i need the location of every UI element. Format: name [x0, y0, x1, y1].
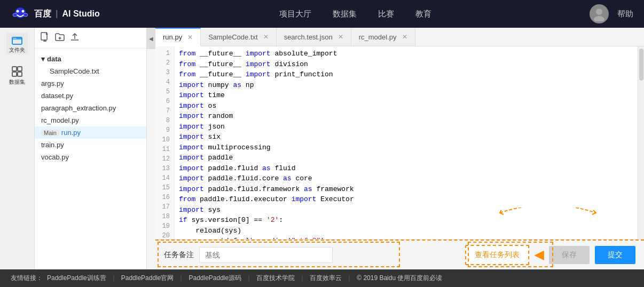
studio-text: AI Studio — [62, 9, 99, 19]
nav-right: 帮助 — [590, 4, 633, 23]
tab-runpy-close[interactable]: ✕ — [187, 34, 193, 41]
tab-samplecode[interactable]: SampleCode.txt ✕ — [201, 28, 277, 46]
main-badge: Main — [41, 130, 59, 136]
nav-menu: 项目大厅 数据集 比赛 教育 — [121, 7, 590, 21]
nav-item-competition[interactable]: 比赛 — [378, 7, 394, 21]
file-item-vocab[interactable]: vocab.py — [35, 151, 146, 163]
svg-rect-8 — [12, 67, 17, 71]
orange-arrow-icon: ◀ — [535, 248, 544, 262]
dataset-label: 数据集 — [9, 78, 25, 86]
upload-icon[interactable] — [70, 32, 80, 44]
file-panel: ▾ data SampleCode.txt args.py dataset.py… — [35, 28, 147, 269]
task-note-label: 任务备注 — [164, 250, 194, 260]
tab-searchtest-close[interactable]: ✕ — [338, 33, 343, 41]
files-label: 文件夹 — [9, 46, 25, 54]
bottom-toolbar: 任务备注 查看任务列表 ◀ 保存 提交 — [155, 240, 644, 269]
nav-item-project[interactable]: 项目大厅 — [279, 7, 311, 21]
new-folder-icon[interactable] — [55, 32, 65, 44]
footer-link-5[interactable]: 百度效率云 — [310, 274, 342, 283]
code-content[interactable]: from __future__ import absolute_importfr… — [175, 46, 638, 239]
submit-button[interactable]: 提交 — [595, 246, 635, 264]
avatar-icon — [592, 6, 607, 21]
tab-samplecode-close[interactable]: ✕ — [263, 33, 269, 41]
footer-copyright: © 2019 Baidu 使用百度前必读 — [357, 274, 442, 283]
help-link[interactable]: 帮助 — [617, 9, 633, 19]
editor-area: run.py ✕ SampleCode.txt ✕ search.test.js… — [155, 28, 644, 269]
folder-icon — [11, 34, 23, 45]
footer-prefix: 友情链接： — [11, 274, 43, 283]
tab-rcmodel-close[interactable]: ✕ — [402, 33, 407, 41]
collapse-icon: ◀ — [149, 36, 153, 42]
file-item-samplecode[interactable]: SampleCode.txt — [43, 65, 146, 77]
footer-link-2[interactable]: PaddlePaddle官网 — [121, 274, 174, 283]
footer-link-3[interactable]: PaddlePaddle源码 — [189, 274, 241, 283]
file-item-rcmodel[interactable]: rc_model.py — [35, 114, 146, 126]
tab-rcmodel-label: rc_model.py — [359, 33, 397, 41]
left-sidebar: 文件夹 数据集 — [0, 28, 35, 269]
editor-scrollbar[interactable] — [638, 46, 644, 239]
bottom-toolbar-wrapper: 任务备注 查看任务列表 ◀ 保存 提交 — [155, 239, 644, 269]
nav-item-dataset[interactable]: 数据集 — [333, 7, 357, 21]
file-item-runpy[interactable]: Main run.py — [35, 126, 146, 139]
tab-samplecode-label: SampleCode.txt — [208, 33, 258, 41]
sidebar-dataset-icon[interactable]: 数据集 — [6, 65, 28, 86]
logo: 百度 | AI Studio — [11, 4, 100, 23]
tab-runpy-label: run.py — [163, 33, 182, 41]
file-active-name: run.py — [61, 129, 81, 137]
main-content: 文件夹 数据集 — [0, 28, 644, 269]
file-toolbar — [35, 28, 146, 49]
new-file-icon[interactable] — [40, 32, 50, 44]
code-editor[interactable]: 123456789101112131415161718192021222324 … — [155, 46, 638, 239]
svg-point-1 — [17, 10, 19, 13]
line-numbers: 123456789101112131415161718192021222324 — [155, 46, 175, 239]
editor-tabs: run.py ✕ SampleCode.txt ✕ search.test.js… — [155, 28, 644, 46]
tab-searchtest-label: search.test.json — [284, 33, 333, 41]
save-button[interactable]: 保存 — [549, 246, 590, 264]
svg-rect-10 — [12, 72, 17, 76]
svg-point-4 — [23, 13, 28, 17]
scrollbar-thumb[interactable] — [639, 49, 643, 81]
footer-link-1[interactable]: PaddlePaddle训练营 — [47, 274, 106, 283]
file-item-train[interactable]: train.py — [35, 139, 146, 151]
svg-rect-9 — [18, 67, 22, 71]
svg-point-2 — [22, 10, 25, 13]
baidu-logo-icon — [11, 4, 30, 23]
view-tasks-button[interactable]: 查看任务列表 — [465, 245, 529, 265]
panel-collapse-arrow[interactable]: ◀ — [147, 28, 155, 49]
folder-data[interactable]: ▾ data — [35, 53, 146, 65]
baseline-input[interactable] — [199, 247, 333, 263]
chevron-down-icon: ▾ — [41, 55, 45, 63]
sidebar-files-icon[interactable]: 文件夹 — [6, 33, 28, 54]
nav-item-education[interactable]: 教育 — [415, 7, 431, 21]
svg-rect-11 — [18, 72, 22, 76]
tab-rcmodel[interactable]: rc_model.py ✕ — [351, 28, 415, 46]
svg-point-6 — [594, 16, 604, 21]
footer-link-4[interactable]: 百度技术学院 — [256, 274, 295, 283]
file-tree: ▾ data SampleCode.txt args.py dataset.py… — [35, 49, 146, 269]
file-item-dataset[interactable]: dataset.py — [35, 90, 146, 102]
svg-point-3 — [13, 13, 17, 17]
folder-name: data — [47, 55, 61, 63]
tab-searchtest[interactable]: search.test.json ✕ — [277, 28, 351, 46]
dataset-icon — [11, 66, 23, 77]
footer: 友情链接： PaddlePaddle训练营 ｜ PaddlePaddle官网 ｜… — [0, 269, 644, 287]
nav-divider: | — [56, 9, 58, 19]
avatar[interactable] — [590, 4, 609, 23]
svg-point-5 — [596, 9, 602, 15]
baidu-text: 百度 — [34, 9, 51, 20]
file-item-paragraph[interactable]: paragraph_extraction.py — [35, 102, 146, 114]
file-item-args[interactable]: args.py — [35, 77, 146, 90]
tab-runpy[interactable]: run.py ✕ — [155, 28, 201, 46]
top-navigation: 百度 | AI Studio 项目大厅 数据集 比赛 教育 帮助 — [0, 0, 644, 28]
